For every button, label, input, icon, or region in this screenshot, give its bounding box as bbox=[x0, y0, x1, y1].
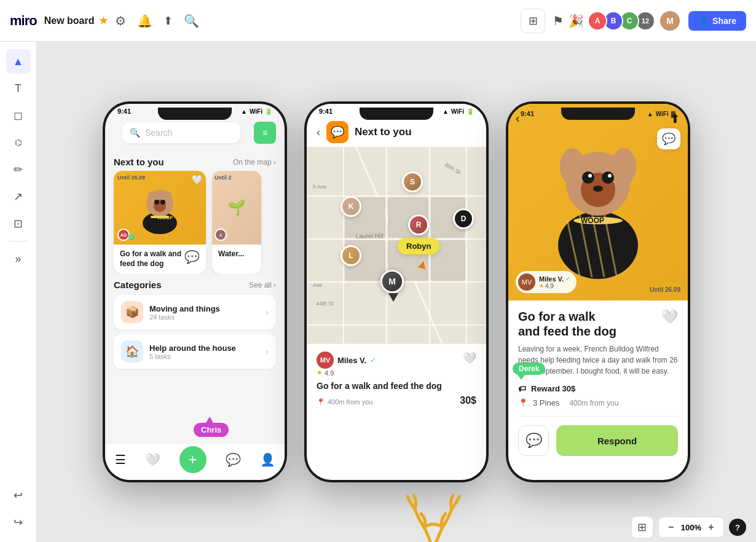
respond-button[interactable]: Respond bbox=[556, 425, 678, 456]
chat-icon: 💬 bbox=[331, 125, 344, 139]
svg-point-34 bbox=[582, 171, 594, 184]
flag-icon[interactable]: ⚑ bbox=[553, 14, 564, 28]
chat-popup-icon[interactable]: 💬 bbox=[657, 128, 680, 149]
grid-mode-button[interactable]: ⊞ bbox=[521, 9, 545, 33]
location-icon: 📍 bbox=[518, 398, 528, 407]
nav-profile-icon[interactable]: 👤 bbox=[260, 452, 275, 467]
sidebar-item-text[interactable]: T bbox=[6, 76, 31, 101]
sidebar-item-sticky[interactable]: ◻ bbox=[6, 103, 31, 128]
category-moving-icon: 📦 bbox=[121, 301, 143, 323]
card-2-date: Until 2 bbox=[215, 175, 232, 181]
category-house-left: 🏠 Help around the house 5 tasks bbox=[121, 340, 236, 363]
undo-icon: ↩ bbox=[14, 489, 23, 502]
svg-text:WOOP: WOOP bbox=[157, 215, 173, 221]
sidebar-item-redo[interactable]: ↪ bbox=[6, 510, 31, 535]
card-2-body: Water... bbox=[212, 245, 261, 264]
arrow-tool-icon: ↗ bbox=[14, 190, 23, 203]
zoom-plus-button[interactable]: + bbox=[704, 520, 719, 535]
share-user-icon: 👤 bbox=[698, 16, 709, 26]
card-1-heart[interactable]: 🤍 bbox=[192, 175, 202, 184]
reward-icon: 🏷 bbox=[518, 384, 526, 393]
listing-card-top: MV Miles V. ✓ ★ 4.9 🤍 bbox=[317, 352, 476, 377]
panel-toggle-button[interactable]: ⊞ bbox=[631, 516, 653, 538]
share-label: Share bbox=[712, 16, 736, 26]
phone-2: 9:41 ▲ WiFi 🔋 ‹ 💬 Next to you bbox=[304, 101, 489, 482]
location-needle bbox=[388, 293, 398, 302]
card-2-image: Until 2 🌱 A bbox=[212, 171, 261, 245]
sidebar-divider bbox=[9, 241, 28, 242]
search-glass-icon: 🔍 bbox=[130, 128, 140, 138]
back-button[interactable]: ‹ bbox=[317, 126, 320, 139]
signal-2-icon: ▲ bbox=[443, 108, 449, 115]
user-badge-rating: 4.9 bbox=[545, 283, 554, 289]
notification-icon[interactable]: 🔔 bbox=[137, 14, 152, 28]
zoom-level-text: 100% bbox=[681, 523, 701, 532]
derek-cursor-arrow bbox=[518, 375, 525, 380]
map-view[interactable]: 46th St h Ave Ave 44th St Laurel Hill S … bbox=[307, 147, 486, 344]
sidebar-item-frame[interactable]: ⊡ bbox=[6, 211, 31, 236]
robyn-label: Robyn bbox=[398, 238, 439, 254]
nav-fab-button[interactable]: + bbox=[179, 446, 207, 473]
phone-3-chat-button[interactable]: 💬 bbox=[518, 425, 549, 456]
filter-button[interactable]: ≡ bbox=[254, 122, 276, 144]
respond-label: Respond bbox=[597, 436, 637, 446]
map-label-ave-top: h Ave bbox=[313, 184, 326, 190]
phone-3-notch bbox=[561, 108, 635, 120]
phone-3-heart-icon[interactable]: 🤍 bbox=[661, 309, 678, 325]
next-to-you-header: Next to you On the map › bbox=[105, 152, 285, 171]
sidebar-bottom: ↩ ↪ bbox=[6, 483, 31, 535]
party-icon[interactable]: 🎉 bbox=[569, 14, 584, 28]
sidebar-item-more[interactable]: » bbox=[6, 246, 31, 271]
listing-distance: 📍 400m from you bbox=[317, 398, 372, 406]
phone-2-title: Next to you bbox=[355, 126, 412, 138]
zoom-minus-button[interactable]: − bbox=[664, 520, 679, 535]
phone-3-actions: 💬 Respond bbox=[518, 416, 678, 456]
wifi-3-icon: WiFi bbox=[656, 111, 669, 117]
topbar-icons: ⚙ 🔔 ⬆ 🔍 bbox=[115, 14, 199, 28]
listing-footer: 📍 400m from you 30$ bbox=[317, 395, 476, 406]
phone-3-hero: WOOP ‹ ⬆ 💬 MV Miles V. ✓ bbox=[508, 104, 688, 300]
see-all-link[interactable]: See all › bbox=[249, 281, 276, 289]
nav-list-icon[interactable]: ☰ bbox=[115, 452, 126, 467]
star-icon[interactable]: ★ bbox=[99, 15, 108, 26]
category-house-icon: 🏠 bbox=[121, 340, 143, 363]
category-house[interactable]: 🏠 Help around the house 5 tasks › bbox=[114, 334, 276, 369]
phone-3-title: Go for a walkand feed the dog bbox=[518, 309, 616, 339]
help-button[interactable]: ? bbox=[729, 519, 746, 536]
category-moving[interactable]: 📦 Moving and things 24 tasks › bbox=[114, 295, 276, 329]
user-badge-info: Miles V. ✓ ★ 4.9 bbox=[539, 275, 570, 289]
nav-heart-icon[interactable]: 🤍 bbox=[145, 452, 160, 467]
sidebar-item-cursor[interactable]: ▲ bbox=[6, 49, 31, 74]
sidebar-item-shapes[interactable]: ⌬ bbox=[6, 130, 31, 155]
reward-text: Reward 30$ bbox=[531, 384, 575, 393]
on-map-link[interactable]: On the map › bbox=[233, 158, 276, 167]
bottombar: ⊞ − 100% + ? bbox=[37, 513, 756, 542]
chat-header-icon: 💬 bbox=[326, 121, 348, 143]
upload-icon[interactable]: ⬆ bbox=[163, 14, 173, 28]
search-icon[interactable]: 🔍 bbox=[184, 14, 199, 28]
sticky-tool-icon: ◻ bbox=[14, 109, 23, 122]
card-1[interactable]: Until 26.09 🤍 bbox=[114, 171, 206, 273]
share-button[interactable]: 👤 Share bbox=[688, 11, 746, 31]
sidebar-item-pen[interactable]: ✏ bbox=[6, 157, 31, 182]
category-moving-name: Moving and things bbox=[149, 304, 220, 313]
search-bar[interactable]: 🔍 Search bbox=[122, 122, 240, 143]
topbar: miro New board ★ ⚙ 🔔 ⬆ 🔍 ⊞ ⚑ 🎉 A B C 12 … bbox=[0, 0, 756, 42]
listing-user-info: MV Miles V. ✓ ★ 4.9 bbox=[317, 352, 376, 377]
category-house-info: Help around the house 5 tasks bbox=[149, 344, 236, 360]
canvas[interactable]: 9:41 ▲ WiFi 🔋 🔍 Search ≡ bbox=[37, 42, 756, 542]
category-moving-info: Moving and things 24 tasks bbox=[149, 304, 220, 321]
settings-icon[interactable]: ⚙ bbox=[115, 14, 126, 28]
card-2[interactable]: Until 2 🌱 A Water... bbox=[212, 171, 261, 273]
phone-3-screen: 9:41 ▲ WiFi ▓ bbox=[508, 104, 688, 480]
card-1-chat-icon[interactable]: 💬 bbox=[184, 249, 200, 264]
avatar-1: A bbox=[588, 11, 607, 31]
category-moving-chevron: › bbox=[266, 307, 269, 317]
card-1-date: Until 26.09 bbox=[117, 175, 145, 181]
phone-3: 9:41 ▲ WiFi ▓ bbox=[506, 101, 690, 482]
listing-heart-icon[interactable]: 🤍 bbox=[463, 352, 476, 365]
sidebar-item-arrow[interactable]: ↗ bbox=[6, 184, 31, 209]
svg-text:WOOP: WOOP bbox=[581, 216, 604, 225]
nav-chat-icon[interactable]: 💬 bbox=[226, 452, 241, 467]
sidebar-item-undo[interactable]: ↩ bbox=[6, 483, 31, 508]
